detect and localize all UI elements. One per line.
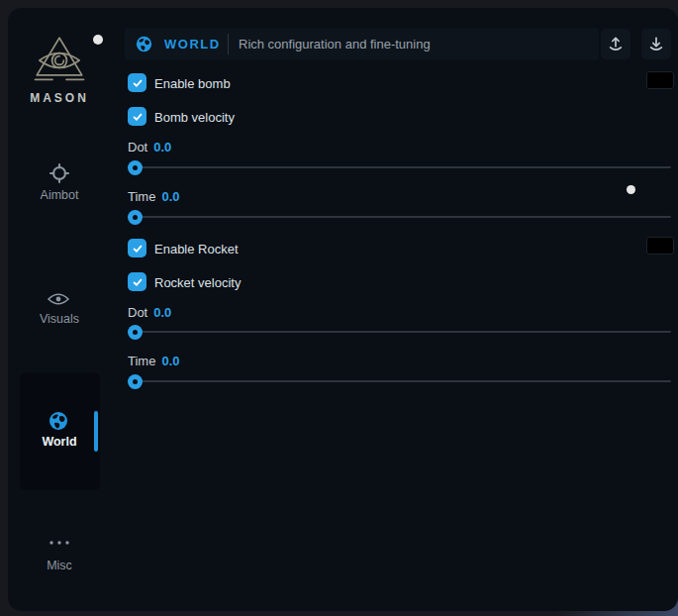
- sidebar-item-label: World: [16, 435, 103, 450]
- rocket-time-slider[interactable]: [128, 380, 671, 382]
- check-icon: [132, 77, 144, 89]
- slider-value: 0.0: [153, 305, 171, 320]
- rocket-velocity-checkbox[interactable]: [128, 272, 146, 291]
- mason-logo-icon: [32, 34, 87, 87]
- slider-thumb[interactable]: [128, 374, 143, 389]
- slider-label: Time0.0: [128, 354, 179, 368]
- cursor-dot: [627, 185, 635, 194]
- checkbox-label: Enable bomb: [154, 76, 231, 91]
- check-icon: [132, 243, 144, 255]
- cursor-dot: [93, 35, 103, 45]
- checkbox-label: Bomb velocity: [154, 110, 235, 125]
- bomb-velocity-checkbox[interactable]: [128, 107, 146, 126]
- enable-bomb-checkbox[interactable]: [128, 73, 146, 92]
- slider-label: Time0.0: [128, 189, 179, 204]
- page-subtitle: Rich configuration and fine-tuning: [239, 37, 431, 51]
- upload-icon: [606, 35, 626, 54]
- sidebar-item-label: Misc: [16, 559, 103, 573]
- bomb-color-swatch[interactable]: [646, 71, 674, 89]
- active-item-indicator: [94, 411, 98, 452]
- slider-thumb[interactable]: [128, 160, 143, 175]
- mason-menu-window: MASON Aimbot Visuals World: [8, 8, 678, 611]
- download-icon: [646, 35, 666, 54]
- ellipsis-icon: [48, 539, 71, 547]
- check-icon: [132, 111, 144, 123]
- sidebar-item-label: Visuals: [16, 312, 103, 327]
- slider-value: 0.0: [161, 354, 179, 368]
- export-config-button[interactable]: [601, 29, 630, 59]
- sidebar-item-label: Aimbot: [16, 188, 103, 203]
- rocket-dot-slider[interactable]: [128, 331, 671, 333]
- header-divider: [228, 34, 229, 54]
- enable-rocket-checkbox[interactable]: [128, 239, 146, 257]
- globe-icon: [136, 36, 152, 52]
- import-config-button[interactable]: [641, 29, 671, 59]
- slider-value: 0.0: [153, 140, 171, 154]
- slider-value: 0.0: [161, 189, 179, 204]
- bomb-dot-slider[interactable]: [128, 166, 671, 168]
- slider-label: Dot0.0: [128, 140, 171, 154]
- slider-label: Dot0.0: [128, 305, 171, 320]
- checkbox-label: Rocket velocity: [154, 275, 241, 290]
- slider-thumb[interactable]: [128, 210, 143, 225]
- globe-icon: [48, 411, 68, 431]
- sidebar-item-world[interactable]: World: [20, 372, 100, 490]
- eye-icon: [48, 292, 69, 306]
- rocket-color-swatch[interactable]: [646, 237, 674, 255]
- bomb-time-slider[interactable]: [128, 216, 671, 218]
- page-title: WORLD: [164, 37, 221, 51]
- crosshair-icon: [49, 163, 69, 183]
- slider-thumb[interactable]: [128, 325, 143, 340]
- checkbox-label: Enable Rocket: [154, 242, 239, 257]
- brand-name: MASON: [16, 91, 103, 105]
- check-icon: [132, 276, 144, 288]
- desktop-background: MASON Aimbot Visuals World: [0, 0, 678, 616]
